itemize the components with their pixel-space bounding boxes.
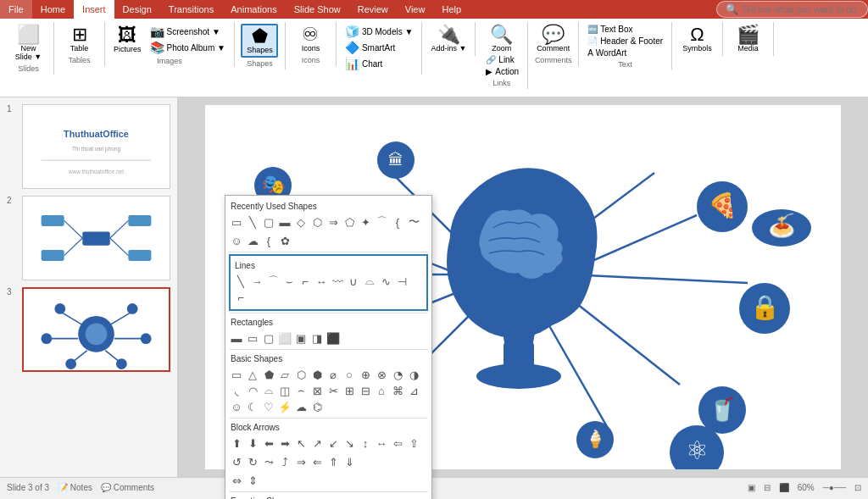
bs-3[interactable]: ⬟	[261, 367, 276, 382]
ba-3[interactable]: ⬅	[261, 435, 276, 451]
menu-review[interactable]: Review	[349, 0, 397, 19]
ba-6[interactable]: ↗	[309, 435, 325, 451]
slide-item-1[interactable]: 1 ThuthuatOffice Thi thuat van phong www…	[3, 101, 174, 192]
bs-22[interactable]: ⌂	[374, 383, 389, 398]
menu-slideshow[interactable]: Slide Show	[286, 0, 349, 19]
zoom-button[interactable]: 🔍 Zoom	[483, 24, 520, 54]
shape-rect2[interactable]: ▬	[277, 214, 292, 230]
bs-30[interactable]: ⌬	[309, 399, 325, 414]
ba-17[interactable]: ⇒	[293, 454, 309, 469]
ba-22[interactable]: ⇕	[245, 473, 260, 488]
bs-9[interactable]: ⊕	[358, 367, 373, 382]
bs-18[interactable]: ⊠	[309, 383, 325, 398]
slide-thumbnail-1[interactable]: ThuthuatOffice Thi thuat van phong www.t…	[22, 104, 170, 189]
rect-2[interactable]: ▭	[245, 330, 260, 346]
media-button[interactable]: 🎬 Media	[730, 24, 767, 54]
shape-smile[interactable]: ☺	[229, 233, 244, 248]
shape-penta[interactable]: ⬠	[342, 214, 357, 230]
bs-8[interactable]: ○	[342, 367, 357, 382]
icons-button[interactable]: ♾ Icons	[292, 24, 329, 54]
bs-26[interactable]: ☾	[245, 399, 260, 414]
ba-20[interactable]: ⇓	[342, 454, 357, 469]
ba-18[interactable]: ⇐	[309, 454, 325, 469]
rect-5[interactable]: ▣	[293, 330, 309, 346]
line-curve1[interactable]: ⌒	[265, 274, 281, 289]
addins-button[interactable]: 🔌 Add-ins ▼	[427, 24, 470, 54]
table-button[interactable]: ⊞ Table	[61, 24, 98, 54]
bs-12[interactable]: ◑	[406, 367, 421, 382]
action-button[interactable]: ▶ Action	[482, 66, 522, 77]
bs-17[interactable]: ⌢	[293, 383, 309, 398]
menu-insert[interactable]: Insert	[74, 0, 114, 19]
shape-round[interactable]: ▢	[261, 214, 276, 230]
shape-arrow[interactable]: ⇒	[326, 214, 341, 230]
rect-6[interactable]: ◨	[309, 330, 325, 346]
screenshot-button[interactable]: 📷 Screenshot ▼	[147, 24, 229, 39]
ba-4[interactable]: ➡	[277, 435, 292, 451]
view-normal[interactable]: ▣	[748, 483, 755, 492]
bs-28[interactable]: ⚡	[277, 399, 292, 414]
line-scribble[interactable]: ∿	[378, 274, 393, 289]
bs-10[interactable]: ⊗	[374, 367, 389, 382]
bs-6[interactable]: ⬢	[309, 367, 325, 382]
menu-transitions[interactable]: Transitions	[160, 0, 222, 19]
ba-2[interactable]: ⬇	[245, 435, 260, 451]
bs-11[interactable]: ◔	[390, 367, 405, 382]
comments-button[interactable]: 💬 Comments	[101, 483, 154, 492]
shape-diamond[interactable]: ◇	[293, 214, 309, 230]
line-freeform[interactable]: 〰	[330, 274, 345, 289]
shape-heart2[interactable]: {	[261, 233, 276, 248]
bs-16[interactable]: ◫	[277, 383, 292, 398]
bs-15[interactable]: ⌓	[261, 383, 276, 398]
ba-13[interactable]: ↺	[229, 454, 244, 469]
3dmodels-button[interactable]: 🧊 3D Models ▼	[342, 24, 416, 39]
line-curve2[interactable]: ⌣	[281, 274, 297, 289]
bs-25[interactable]: ☺	[229, 399, 244, 414]
line-dbl[interactable]: ↔	[314, 274, 329, 289]
ba-15[interactable]: ⤳	[261, 454, 276, 469]
bs-14[interactable]: ◠	[245, 383, 260, 398]
rect-1[interactable]: ▬	[229, 330, 244, 346]
ba-9[interactable]: ↕	[358, 435, 373, 451]
shape-rect[interactable]: ▭	[229, 214, 244, 230]
rect-3[interactable]: ▢	[261, 330, 276, 346]
slide-thumbnail-3[interactable]	[22, 287, 170, 372]
menu-design[interactable]: Design	[114, 0, 160, 19]
smartart-button[interactable]: 🔷 SmartArt	[342, 40, 416, 55]
search-box[interactable]: 🔍	[716, 1, 868, 18]
shape-curve[interactable]: ⌒	[374, 214, 389, 230]
slide-thumbnail-2[interactable]	[22, 196, 170, 280]
shape-cloud[interactable]: ☁	[245, 233, 260, 248]
line-elbow[interactable]: ⌐	[298, 274, 313, 289]
ba-19[interactable]: ⇑	[326, 454, 341, 469]
slide-item-3[interactable]: 3	[3, 284, 174, 375]
menu-home[interactable]: Home	[32, 0, 74, 19]
headerfooter-button[interactable]: 📄 Header & Footer	[584, 36, 666, 47]
shapes-button[interactable]: ⬟ Shapes	[241, 24, 278, 58]
ba-14[interactable]: ↻	[245, 454, 260, 469]
new-slide-button[interactable]: ⬜ NewSlide ▼	[10, 24, 47, 63]
slide-item-2[interactable]: 2	[3, 192, 174, 284]
ba-11[interactable]: ⇦	[390, 435, 405, 451]
bs-29[interactable]: ☁	[293, 399, 309, 414]
line-bend[interactable]: ⌓	[362, 274, 377, 289]
shape-flower[interactable]: ✿	[277, 233, 292, 248]
view-slideshow[interactable]: ⬛	[779, 483, 789, 492]
bs-27[interactable]: ♡	[261, 399, 276, 414]
ba-8[interactable]: ↘	[342, 435, 357, 451]
bs-20[interactable]: ⊞	[342, 383, 357, 398]
menu-help[interactable]: Help	[433, 0, 470, 19]
line-arc[interactable]: ∪	[346, 274, 361, 289]
bs-7[interactable]: ⌀	[326, 367, 341, 382]
bs-19[interactable]: ✂	[326, 383, 341, 398]
bs-21[interactable]: ⊟	[358, 383, 373, 398]
menu-file[interactable]: File	[0, 0, 32, 19]
shape-star[interactable]: ✦	[358, 214, 373, 230]
ba-5[interactable]: ↖	[293, 435, 309, 451]
bs-2[interactable]: △	[245, 367, 260, 382]
menu-view[interactable]: View	[397, 0, 434, 19]
bs-4[interactable]: ▱	[277, 367, 292, 382]
rect-4[interactable]: ⬜	[277, 330, 292, 346]
line-elbow2[interactable]: ⌐	[233, 290, 248, 305]
bs-1[interactable]: ▭	[229, 367, 244, 382]
